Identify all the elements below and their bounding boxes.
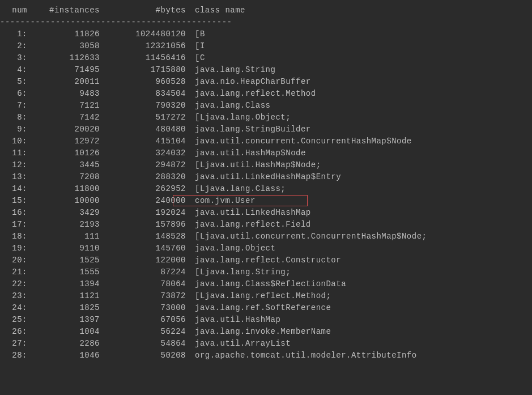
cell-classname: java.lang.reflect.Constructor: [186, 254, 341, 266]
cell-instances: 9483: [27, 88, 100, 100]
header-classname: class name: [186, 5, 245, 16]
cell-instances: 20020: [27, 124, 100, 135]
cell-num: 25:: [0, 314, 27, 326]
cell-classname: [Ljava.lang.Class;: [186, 183, 286, 195]
cell-bytes: 67056: [100, 314, 186, 326]
cell-instances: 1397: [27, 314, 100, 326]
table-row: 9:20020480480java.lang.StringBuilder: [0, 124, 532, 135]
cell-instances: 3058: [27, 40, 100, 52]
cell-instances: 9110: [27, 243, 100, 254]
cell-bytes: 480480: [100, 124, 186, 135]
cell-bytes: 73872: [100, 290, 186, 302]
cell-num: 15:: [0, 195, 27, 207]
cell-classname: [Ljava.lang.String;: [186, 266, 291, 278]
cell-num: 27:: [0, 338, 27, 350]
table-row: 3:11263311456416[C: [0, 52, 532, 64]
cell-bytes: 148528: [100, 231, 186, 243]
cell-num: 13:: [0, 171, 27, 183]
table-row: 24:182573000java.lang.ref.SoftReference: [0, 302, 532, 314]
cell-instances: 10000: [27, 195, 100, 207]
cell-bytes: 517272: [100, 112, 186, 124]
cell-classname: java.lang.invoke.MemberName: [186, 326, 331, 338]
cell-num: 28:: [0, 350, 27, 362]
table-row: 15:10000240000com.jvm.User: [0, 195, 532, 207]
cell-bytes: 834504: [100, 88, 186, 100]
cell-instances: 7142: [27, 112, 100, 124]
cell-classname: java.util.concurrent.ConcurrentHashMap$N…: [186, 135, 412, 147]
cell-num: 17:: [0, 219, 27, 231]
cell-classname: java.nio.HeapCharBuffer: [186, 76, 311, 88]
table-row: 4:714951715880java.lang.String: [0, 64, 532, 76]
cell-num: 1:: [0, 28, 27, 40]
cell-num: 6:: [0, 88, 27, 100]
histogram-header: num#instances#bytesclass name: [0, 5, 532, 16]
cell-instances: 7208: [27, 171, 100, 183]
cell-bytes: 54864: [100, 338, 186, 350]
cell-classname: java.util.HashMap: [186, 314, 280, 326]
cell-num: 21:: [0, 266, 27, 278]
cell-bytes: 262952: [100, 183, 186, 195]
cell-instances: 11800: [27, 183, 100, 195]
cell-num: 7:: [0, 100, 27, 112]
cell-classname: java.util.LinkedHashMap: [186, 207, 311, 219]
cell-bytes: 324032: [100, 147, 186, 159]
separator-line: ----------------------------------------…: [0, 16, 532, 28]
cell-bytes: 87224: [100, 266, 186, 278]
cell-instances: 2193: [27, 219, 100, 231]
cell-classname: [Ljava.lang.Object;: [186, 112, 291, 124]
cell-classname: java.lang.String: [186, 64, 275, 76]
cell-classname: java.lang.Class$ReflectionData: [186, 278, 346, 290]
cell-instances: 111: [27, 231, 100, 243]
cell-num: 14:: [0, 183, 27, 195]
cell-instances: 20011: [27, 76, 100, 88]
table-row: 27:228654864java.util.ArrayList: [0, 338, 532, 350]
table-row: 25:139767056java.util.HashMap: [0, 314, 532, 326]
cell-bytes: 294872: [100, 159, 186, 171]
cell-num: 8:: [0, 112, 27, 124]
cell-classname: java.util.HashMap$Node: [186, 147, 306, 159]
table-row: 19:9110145760java.lang.Object: [0, 243, 532, 254]
cell-classname: [I: [186, 40, 205, 52]
cell-num: 4:: [0, 64, 27, 76]
cell-bytes: 157896: [100, 219, 186, 231]
cell-classname: [C: [186, 52, 205, 64]
cell-instances: 1525: [27, 254, 100, 266]
header-instances: #instances: [27, 5, 100, 16]
table-row: 23:112173872[Ljava.lang.reflect.Method;: [0, 290, 532, 302]
cell-num: 20:: [0, 254, 27, 266]
table-row: 7:7121790320java.lang.Class: [0, 100, 532, 112]
cell-num: 9:: [0, 124, 27, 135]
cell-bytes: 56224: [100, 326, 186, 338]
table-row: 11:10126324032java.util.HashMap$Node: [0, 147, 532, 159]
cell-bytes: 73000: [100, 302, 186, 314]
cell-num: 5:: [0, 76, 27, 88]
cell-num: 10:: [0, 135, 27, 147]
cell-instances: 10126: [27, 147, 100, 159]
cell-bytes: 12321056: [100, 40, 186, 52]
table-row: 17:2193157896java.lang.reflect.Field: [0, 219, 532, 231]
cell-classname: com.jvm.User: [186, 195, 256, 207]
table-row: 26:100456224java.lang.invoke.MemberName: [0, 326, 532, 338]
cell-classname: [Ljava.lang.reflect.Method;: [186, 290, 331, 302]
table-row: 13:7208288320java.util.LinkedHashMap$Ent…: [0, 171, 532, 183]
cell-instances: 1394: [27, 278, 100, 290]
cell-classname: java.lang.StringBuilder: [186, 124, 311, 135]
histogram-rows: 1:118261024480120[B2:305812321056[I3:112…: [0, 28, 532, 362]
table-row: 14:11800262952[Ljava.lang.Class;: [0, 183, 532, 195]
table-row: 21:155587224[Ljava.lang.String;: [0, 266, 532, 278]
cell-num: 2:: [0, 40, 27, 52]
cell-instances: 1825: [27, 302, 100, 314]
cell-num: 23:: [0, 290, 27, 302]
header-num: num: [0, 5, 27, 16]
cell-num: 18:: [0, 231, 27, 243]
table-row: 20:1525122000java.lang.reflect.Construct…: [0, 254, 532, 266]
cell-classname: [Ljava.util.concurrent.ConcurrentHashMap…: [186, 231, 427, 243]
cell-num: 24:: [0, 302, 27, 314]
table-row: 6:9483834504java.lang.reflect.Method: [0, 88, 532, 100]
cell-classname: [B: [186, 28, 205, 40]
cell-classname: java.util.ArrayList: [186, 338, 291, 350]
cell-classname: org.apache.tomcat.util.modeler.Attribute…: [186, 350, 417, 362]
cell-num: 11:: [0, 147, 27, 159]
table-row: 18:111148528[Ljava.util.concurrent.Concu…: [0, 231, 532, 243]
cell-instances: 3445: [27, 159, 100, 171]
